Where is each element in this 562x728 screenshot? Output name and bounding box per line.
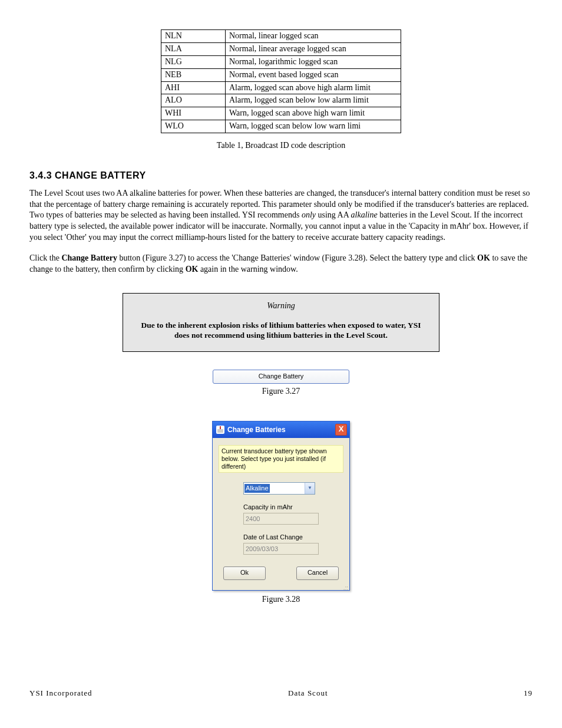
footer-right: 19 xyxy=(524,688,533,699)
warning-title: Warning xyxy=(134,301,428,312)
resize-grip-icon: .:: xyxy=(213,586,349,590)
table-row: NLNNormal, linear logged scan xyxy=(161,30,401,43)
warning-box: Warning Due to the inherent explosion ri… xyxy=(123,293,439,352)
battery-type-select[interactable]: Alkaline ▼ xyxy=(243,482,315,495)
footer-left: YSI Incorporated xyxy=(29,688,92,699)
warning-body: Due to the inherent explosion risks of l… xyxy=(134,320,428,341)
table-row: NEBNormal, event based logged scan xyxy=(161,68,401,81)
table-row: AHIAlarm, logged scan above high alarm l… xyxy=(161,81,401,94)
table-caption: Table 1, Broadcast ID code description xyxy=(29,140,533,151)
change-battery-button[interactable]: Change Battery xyxy=(213,370,349,384)
ok-button[interactable]: Ok xyxy=(223,566,266,580)
figure-327-caption: Figure 3.27 xyxy=(29,386,533,397)
broadcast-id-table: NLNNormal, linear logged scanNLANormal, … xyxy=(161,29,401,133)
page-footer: YSI Incorporated Data Scout 19 xyxy=(29,688,533,699)
capacity-input: 2400 xyxy=(243,513,319,525)
table-row: NLGNormal, logarithmic logged scan xyxy=(161,55,401,68)
cancel-button[interactable]: Cancel xyxy=(296,566,339,580)
para-2: Click the Change Battery button (Figure … xyxy=(29,253,533,275)
chevron-down-icon: ▼ xyxy=(305,483,315,494)
dialog-info-strip: Current transducer battery type shown be… xyxy=(219,445,343,473)
date-input: 2009/03/03 xyxy=(243,543,319,555)
para-1: The Level Scout uses two AA alkaline bat… xyxy=(29,188,533,243)
date-label: Date of Last Change xyxy=(243,533,343,542)
table-row: WLOWarn, logged scan below low warn limi xyxy=(161,120,401,133)
table-row: NLANormal, linear average logged scan xyxy=(161,42,401,55)
dialog-icon xyxy=(216,426,224,434)
table-row: WHIWarn, logged scan above high warn lim… xyxy=(161,107,401,120)
close-icon[interactable]: X xyxy=(335,424,347,436)
figure-328-caption: Figure 3.28 xyxy=(29,594,533,605)
change-batteries-dialog: Change Batteries X Current transducer ba… xyxy=(212,421,350,591)
footer-center: Data Scout xyxy=(288,688,328,699)
dialog-title: Change Batteries xyxy=(227,425,286,434)
table-row: ALOAlarm, logged scan below low alarm li… xyxy=(161,94,401,107)
section-heading: 3.4.3 CHANGE BATTERY xyxy=(29,169,533,182)
dialog-titlebar: Change Batteries X xyxy=(213,421,349,438)
capacity-label: Capacity in mAhr xyxy=(243,503,343,512)
